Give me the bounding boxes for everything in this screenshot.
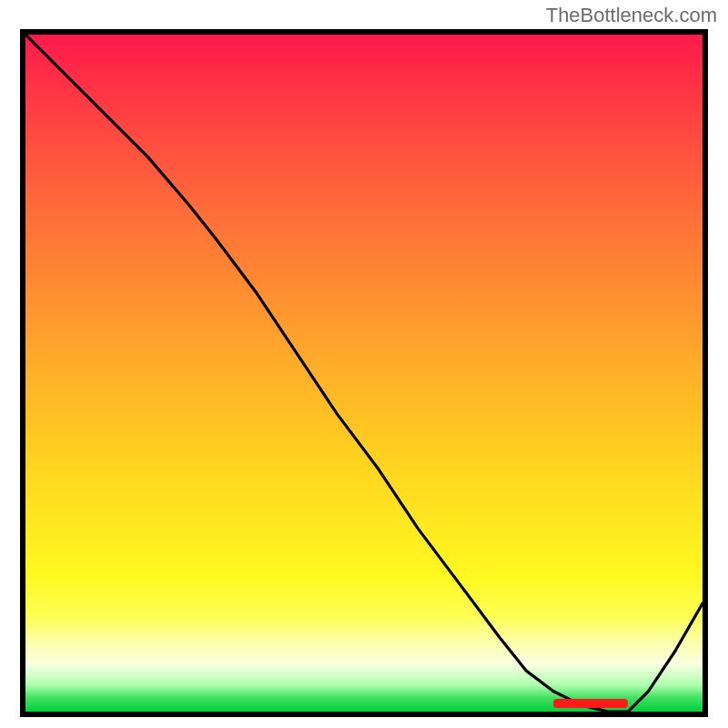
bottleneck-curve xyxy=(25,35,703,712)
plot-area xyxy=(20,29,708,717)
attribution-text: TheBottleneck.com xyxy=(546,4,717,27)
chart-container xyxy=(20,29,708,721)
optimal-range-marker xyxy=(553,699,628,708)
